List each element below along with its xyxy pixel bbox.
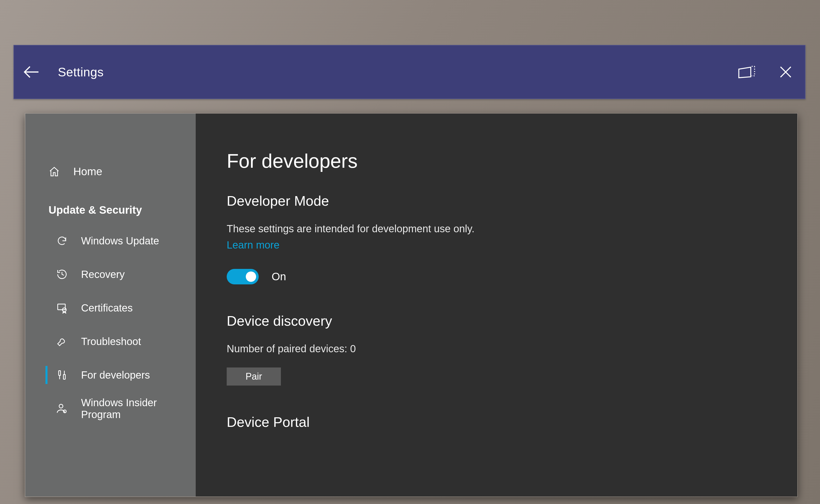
- svg-marker-1: [739, 67, 751, 78]
- paired-devices-count: Number of paired devices: 0: [227, 343, 797, 355]
- device-portal-heading: Device Portal: [227, 414, 797, 430]
- svg-point-13: [59, 404, 63, 408]
- close-icon: [778, 64, 793, 80]
- developer-mode-toggle[interactable]: [227, 269, 259, 284]
- wrench-icon: [56, 336, 68, 347]
- sidebar-home-label: Home: [73, 165, 102, 178]
- sidebar-item-label: Recovery: [81, 268, 125, 280]
- svg-rect-9: [59, 371, 60, 375]
- sidebar: Home Update & Security Windows Update: [25, 114, 196, 497]
- sidebar-item-label: Troubleshoot: [81, 335, 141, 347]
- toggle-knob: [246, 271, 256, 282]
- close-button[interactable]: [766, 45, 805, 99]
- developer-mode-desc: These settings are intended for developm…: [227, 223, 797, 235]
- insider-icon: [56, 403, 68, 414]
- sidebar-item-label: Certificates: [81, 302, 133, 314]
- sidebar-item-label: Windows Update: [81, 235, 159, 247]
- titlebar: Settings: [13, 45, 806, 99]
- sidebar-item-label: Windows Insider Program: [81, 397, 157, 420]
- resize-icon: [737, 64, 757, 80]
- sync-icon: [56, 235, 68, 246]
- home-icon: [49, 166, 61, 177]
- back-button[interactable]: [14, 45, 47, 99]
- learn-more-link[interactable]: Learn more: [227, 239, 280, 251]
- device-portal-section: Device Portal: [227, 414, 797, 430]
- svg-rect-11: [63, 374, 65, 379]
- resize-button[interactable]: [728, 45, 766, 99]
- arrow-left-icon: [21, 63, 40, 81]
- developer-icon: [56, 369, 68, 381]
- sidebar-category: Update & Security: [25, 186, 196, 224]
- developer-mode-toggle-label: On: [272, 270, 286, 283]
- page-title: For developers: [227, 150, 797, 172]
- settings-window: Home Update & Security Windows Update: [25, 113, 798, 497]
- sidebar-item-windows-insider[interactable]: Windows Insider Program: [25, 392, 196, 425]
- sidebar-item-recovery[interactable]: Recovery: [25, 258, 196, 291]
- developer-mode-toggle-row: On: [227, 269, 797, 284]
- developer-mode-section: Developer Mode These settings are intend…: [227, 193, 797, 284]
- sidebar-item-for-developers[interactable]: For developers: [25, 358, 196, 392]
- sidebar-item-windows-update[interactable]: Windows Update: [25, 224, 196, 258]
- titlebar-title: Settings: [58, 65, 103, 79]
- svg-rect-7: [58, 304, 65, 310]
- certificate-icon: [56, 302, 68, 314]
- device-discovery-section: Device discovery Number of paired device…: [227, 313, 797, 386]
- device-discovery-heading: Device discovery: [227, 313, 797, 329]
- history-icon: [56, 269, 68, 280]
- content-pane: For developers Developer Mode These sett…: [196, 114, 797, 497]
- developer-mode-heading: Developer Mode: [227, 193, 797, 209]
- sidebar-item-certificates[interactable]: Certificates: [25, 291, 196, 325]
- sidebar-item-troubleshoot[interactable]: Troubleshoot: [25, 325, 196, 358]
- sidebar-home[interactable]: Home: [25, 157, 196, 186]
- sidebar-item-label: For developers: [81, 369, 150, 381]
- pair-button[interactable]: Pair: [227, 367, 281, 386]
